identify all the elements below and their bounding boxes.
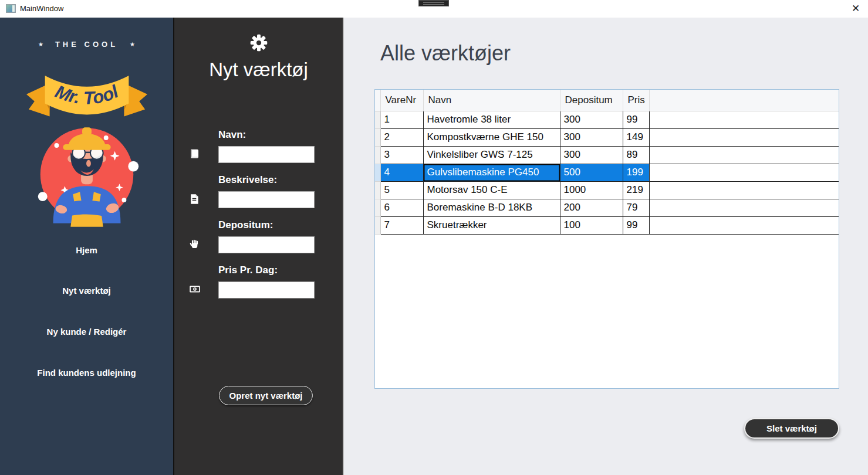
sidebar-item[interactable]: Find kundens udlejning bbox=[0, 368, 173, 378]
row-header[interactable] bbox=[375, 181, 380, 199]
cell-depositum[interactable]: 1000 bbox=[560, 181, 623, 199]
table-body: 1Havetromle 38 liter300992Kompostkværne … bbox=[375, 111, 839, 234]
row-header[interactable] bbox=[375, 128, 380, 146]
panel-title: Nyt værktøj bbox=[174, 59, 343, 81]
filler-cell bbox=[649, 181, 839, 199]
navn-input[interactable] bbox=[218, 146, 315, 163]
cell-varenr[interactable]: 6 bbox=[380, 199, 423, 216]
cell-pris[interactable]: 99 bbox=[623, 111, 649, 128]
filler-column-header bbox=[649, 90, 839, 111]
close-icon[interactable]: ✕ bbox=[848, 2, 863, 16]
cell-navn[interactable]: Motorsav 150 C-E bbox=[423, 181, 560, 199]
banknote-icon bbox=[188, 283, 201, 295]
filler-cell bbox=[649, 216, 839, 234]
cell-navn[interactable]: Skruetrækker bbox=[423, 216, 560, 234]
sidebar-item[interactable]: Nyt værktøj bbox=[0, 286, 173, 296]
row-header[interactable] bbox=[375, 164, 380, 181]
document-icon bbox=[188, 193, 200, 205]
tools-table: VareNrNavnDepositumPris 1Havetromle 38 l… bbox=[374, 89, 839, 389]
table-row[interactable]: 5Motorsav 150 C-E1000219 bbox=[375, 181, 839, 199]
page-title: Alle værktøjer bbox=[380, 41, 511, 66]
delete-tool-button[interactable]: Slet værktøj bbox=[744, 418, 839, 439]
filler-cell bbox=[649, 164, 839, 181]
cell-navn[interactable]: Boremaskine B-D 18KB bbox=[423, 199, 560, 216]
cell-depositum[interactable]: 300 bbox=[560, 128, 623, 146]
table-row[interactable]: 2Kompostkværne GHE 150300149 bbox=[375, 128, 839, 146]
sidebar-item[interactable]: Hjem bbox=[0, 245, 173, 255]
column-header[interactable]: VareNr bbox=[380, 90, 423, 111]
filler-cell bbox=[649, 146, 839, 164]
field-beskrivelse: Beskrivelse: bbox=[174, 174, 343, 211]
cell-navn[interactable]: Gulvslibemaskine PG450 bbox=[423, 164, 560, 181]
main-window: MainWindow ✕ ★ THE COOL ★ Mr. Tool bbox=[0, 0, 868, 475]
window-title: MainWindow bbox=[20, 4, 63, 13]
cell-navn[interactable]: Vinkelsliber GWS 7-125 bbox=[423, 146, 560, 164]
depositum-input[interactable] bbox=[218, 236, 315, 253]
create-tool-button[interactable]: Opret nyt værktøj bbox=[219, 386, 313, 405]
cell-navn[interactable]: Havetromle 38 liter bbox=[423, 111, 560, 128]
book-icon bbox=[188, 148, 201, 160]
cell-depositum[interactable]: 100 bbox=[560, 216, 623, 234]
new-tool-panel: Nyt værktøj Navn: bbox=[174, 18, 344, 475]
pris-input[interactable] bbox=[218, 281, 315, 298]
sidebar: ★ THE COOL ★ Mr. Tool bbox=[0, 18, 174, 475]
main-area: Alle værktøjer VareNrNavnDepositumPris 1… bbox=[344, 18, 868, 475]
pris-label: Pris Pr. Dag: bbox=[218, 264, 343, 276]
window-grip bbox=[418, 0, 449, 6]
column-header[interactable]: Pris bbox=[623, 90, 649, 111]
filler-cell bbox=[649, 111, 839, 128]
row-header[interactable] bbox=[375, 199, 380, 216]
cell-pris[interactable]: 219 bbox=[623, 181, 649, 199]
table-row[interactable]: 4Gulvslibemaskine PG450500199 bbox=[375, 164, 839, 181]
filler-cell bbox=[649, 199, 839, 216]
cell-varenr[interactable]: 4 bbox=[380, 164, 423, 181]
cell-depositum[interactable]: 200 bbox=[560, 199, 623, 216]
row-header[interactable] bbox=[375, 216, 380, 234]
table-corner-header bbox=[375, 90, 380, 111]
title-bar: MainWindow ✕ bbox=[0, 0, 868, 18]
cell-navn[interactable]: Kompostkværne GHE 150 bbox=[423, 128, 560, 146]
table-header-row: VareNrNavnDepositumPris bbox=[375, 90, 839, 111]
row-header[interactable] bbox=[375, 111, 380, 128]
cell-varenr[interactable]: 2 bbox=[380, 128, 423, 146]
new-tool-form: Navn: Beskrivelse: bbox=[174, 129, 343, 310]
cell-varenr[interactable]: 7 bbox=[380, 216, 423, 234]
table-row[interactable]: 1Havetromle 38 liter30099 bbox=[375, 111, 839, 128]
cell-depositum[interactable]: 300 bbox=[560, 146, 623, 164]
app-icon bbox=[6, 4, 16, 13]
sidebar-item[interactable]: Ny kunde / Redigér bbox=[0, 327, 173, 337]
cell-pris[interactable]: 199 bbox=[623, 164, 649, 181]
table-row[interactable]: 6Boremaskine B-D 18KB20079 bbox=[375, 199, 839, 216]
field-depositum: Depositum: bbox=[174, 219, 343, 256]
beskrivelse-input[interactable] bbox=[218, 191, 315, 208]
cell-pris[interactable]: 79 bbox=[623, 199, 649, 216]
depositum-label: Depositum: bbox=[218, 219, 343, 231]
row-header[interactable] bbox=[375, 146, 380, 164]
column-header[interactable]: Navn bbox=[423, 90, 560, 111]
cell-pris[interactable]: 99 bbox=[623, 216, 649, 234]
cell-varenr[interactable]: 1 bbox=[380, 111, 423, 128]
cell-pris[interactable]: 149 bbox=[623, 128, 649, 146]
table-row[interactable]: 7Skruetrækker10099 bbox=[375, 216, 839, 234]
window-content: ★ THE COOL ★ Mr. Tool bbox=[0, 18, 868, 475]
gear-icon bbox=[250, 34, 268, 52]
cell-depositum[interactable]: 300 bbox=[560, 111, 623, 128]
filler-cell bbox=[649, 128, 839, 146]
field-navn: Navn: bbox=[174, 129, 343, 165]
cell-depositum[interactable]: 500 bbox=[560, 164, 623, 181]
navn-label: Navn: bbox=[218, 129, 343, 141]
column-header[interactable]: Depositum bbox=[560, 90, 623, 111]
beskrivelse-label: Beskrivelse: bbox=[218, 174, 343, 186]
field-pris: Pris Pr. Dag: bbox=[174, 264, 343, 301]
hand-icon bbox=[188, 238, 201, 250]
cell-varenr[interactable]: 3 bbox=[380, 146, 423, 164]
cell-pris[interactable]: 89 bbox=[623, 146, 649, 164]
cell-varenr[interactable]: 5 bbox=[380, 181, 423, 199]
table-row[interactable]: 3Vinkelsliber GWS 7-12530089 bbox=[375, 146, 839, 164]
sidebar-nav: HjemNyt værktøjNy kunde / RedigérFind ku… bbox=[0, 18, 173, 475]
